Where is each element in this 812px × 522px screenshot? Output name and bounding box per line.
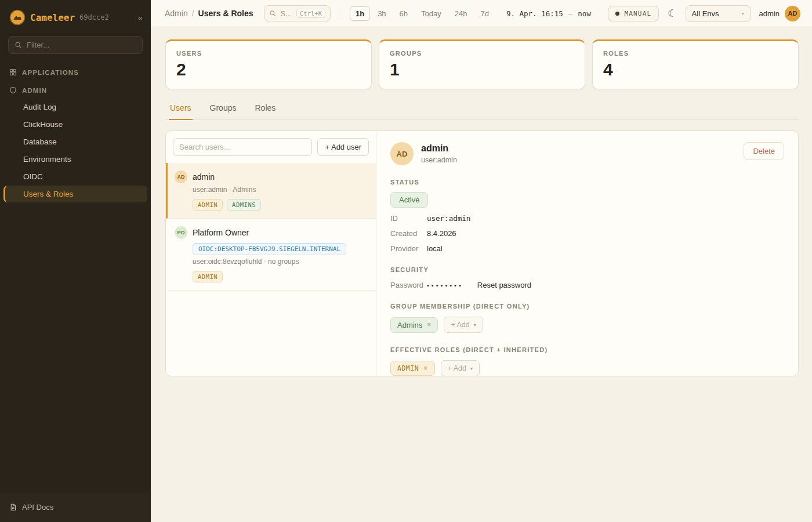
user-badges: ADMIN — [193, 271, 368, 282]
user-meta: user:oidc:8evzqofluhld · no groups — [193, 258, 368, 266]
status-badge: Active — [390, 192, 428, 208]
environment-select-value: All Envs — [692, 9, 719, 18]
user-name: Platform Owner — [193, 228, 249, 237]
stat-roles-label: ROLES — [603, 50, 788, 57]
avatar: AD — [390, 142, 414, 165]
sidebar-item-oidc[interactable]: OIDC — [0, 168, 151, 185]
cameleer-logo-icon — [9, 9, 26, 26]
sidebar-filter — [8, 36, 143, 54]
app-logo-title: Cameleer — [30, 12, 75, 23]
api-docs-link[interactable]: API Docs — [0, 494, 151, 522]
stat-groups-value: 1 — [390, 60, 574, 79]
date-to[interactable]: now — [578, 9, 591, 18]
breadcrumb-separator: / — [192, 9, 194, 18]
document-icon — [9, 503, 17, 511]
sidebar-item-database[interactable]: Database — [0, 133, 151, 150]
add-group-button[interactable]: + Add ▾ — [444, 317, 483, 333]
oidc-provider-badge: OIDC:DESKTOP-FB5VGJ9.SIEGELN.INTERNAL — [193, 243, 346, 255]
tab-bar: Users Groups Roles — [165, 103, 799, 120]
api-docs-label: API Docs — [22, 503, 53, 512]
topbar: Admin / Users & Roles S... Ctrl+K 1h 3h … — [151, 0, 812, 27]
field-id-label: ID — [390, 214, 427, 223]
instance-id: 69dcce2 — [79, 13, 109, 21]
avatar: AD — [175, 171, 187, 183]
add-role-button[interactable]: + Add ▾ — [441, 360, 480, 376]
search-icon — [14, 41, 22, 49]
password-label: Password — [390, 281, 427, 289]
users-panel: + Add user AD admin user:admin · Admins … — [165, 130, 799, 376]
range-3h[interactable]: 3h — [372, 6, 392, 21]
sidebar-item-audit-log[interactable]: Audit Log — [0, 99, 151, 115]
user-badges: ADMIN ADMINS — [193, 199, 368, 211]
sidebar-header: Cameleer 69dcce2 « — [0, 0, 151, 32]
remove-role-icon[interactable]: × — [423, 364, 428, 372]
shield-icon — [9, 86, 17, 94]
user-row: PO Platform Owner — [175, 226, 368, 239]
user-detail-header: AD admin user:admin Delete — [390, 142, 784, 165]
field-id: ID user:admin — [390, 214, 784, 223]
sidebar-item-clickhouse[interactable]: ClickHouse — [0, 116, 151, 133]
environment-select[interactable]: All Envs ▾ — [686, 5, 751, 22]
section-applications-label: APPLICATIONS — [22, 69, 79, 76]
group-badge-admins: ADMINS — [227, 199, 261, 211]
range-today[interactable]: Today — [415, 6, 447, 21]
user-detail-column: AD admin user:admin Delete STATUS Active… — [376, 131, 798, 376]
range-24h[interactable]: 24h — [449, 6, 473, 21]
global-search-button[interactable]: S... Ctrl+K — [264, 5, 331, 21]
refresh-mode-label: MANUAL — [624, 10, 651, 17]
role-badge-admin: ADMIN — [193, 271, 223, 282]
stat-cards: USERS 2 GROUPS 1 ROLES 4 — [165, 39, 799, 89]
range-6h[interactable]: 6h — [394, 6, 414, 21]
admin-nav: Audit Log ClickHouse Database Environmen… — [0, 98, 151, 203]
user-avatar[interactable]: AD — [785, 6, 800, 21]
user-search-input[interactable] — [173, 138, 312, 156]
stat-card-users: USERS 2 — [165, 39, 372, 89]
field-provider-label: Provider — [390, 244, 427, 253]
main-area: Admin / Users & Roles S... Ctrl+K 1h 3h … — [151, 0, 812, 522]
range-7d[interactable]: 7d — [474, 6, 494, 21]
section-applications: APPLICATIONS — [0, 62, 151, 80]
range-1h[interactable]: 1h — [350, 6, 370, 21]
search-icon — [269, 10, 276, 17]
date-range-display: 9. Apr. 16:15 — now — [506, 9, 591, 18]
theme-toggle-button[interactable]: ☾ — [665, 6, 679, 21]
sidebar-collapse-button[interactable]: « — [138, 13, 143, 23]
status-dot-icon — [615, 12, 619, 16]
refresh-mode-button[interactable]: MANUAL — [608, 6, 659, 21]
chevron-down-icon: ▾ — [742, 11, 744, 16]
security-section-header: SECURITY — [390, 266, 784, 273]
delete-user-button[interactable]: Delete — [744, 142, 784, 160]
stat-groups-label: GROUPS — [390, 50, 574, 57]
field-id-value: user:admin — [427, 214, 470, 223]
sidebar-item-environments[interactable]: Environments — [0, 151, 151, 168]
tab-users[interactable]: Users — [169, 103, 193, 120]
add-user-button[interactable]: + Add user — [317, 138, 369, 156]
remove-group-icon[interactable]: × — [427, 321, 431, 329]
user-meta: user:admin · Admins — [193, 186, 368, 194]
search-shortcut-kbd: Ctrl+K — [296, 9, 325, 18]
user-list-item-admin[interactable]: AD admin user:admin · Admins ADMIN ADMIN… — [166, 163, 376, 219]
user-row: AD admin — [175, 171, 368, 183]
detail-user-name: admin — [421, 143, 457, 154]
role-badge-admin: ADMIN — [193, 199, 223, 211]
roles-section-header: EFFECTIVE ROLES (DIRECT + INHERITED) — [390, 346, 784, 353]
sidebar-filter-input[interactable] — [27, 41, 136, 49]
group-chip-admins: Admins × — [390, 317, 438, 333]
user-identity: admin user:admin — [421, 142, 457, 164]
field-created-label: Created — [390, 229, 427, 238]
avatar: PO — [175, 226, 187, 239]
breadcrumb-admin[interactable]: Admin — [165, 9, 188, 18]
sidebar: Cameleer 69dcce2 « APPLICATIONS ADMIN Au… — [0, 0, 151, 522]
sidebar-item-users-roles[interactable]: Users & Roles — [3, 186, 147, 202]
tab-roles[interactable]: Roles — [253, 103, 277, 120]
section-admin-label: ADMIN — [22, 87, 47, 94]
field-provider-value: local — [427, 244, 443, 253]
user-list-item-platform-owner[interactable]: PO Platform Owner OIDC:DESKTOP-FB5VGJ9.S… — [166, 219, 376, 291]
global-search-text: S... — [281, 9, 292, 18]
detail-user-id: user:admin — [421, 156, 457, 164]
reset-password-link[interactable]: Reset password — [477, 281, 531, 289]
add-role-label: + Add — [448, 364, 466, 372]
date-from[interactable]: 9. Apr. 16:15 — [506, 9, 563, 18]
tab-groups[interactable]: Groups — [209, 103, 238, 120]
page-content: USERS 2 GROUPS 1 ROLES 4 Users Groups Ro… — [151, 27, 812, 522]
